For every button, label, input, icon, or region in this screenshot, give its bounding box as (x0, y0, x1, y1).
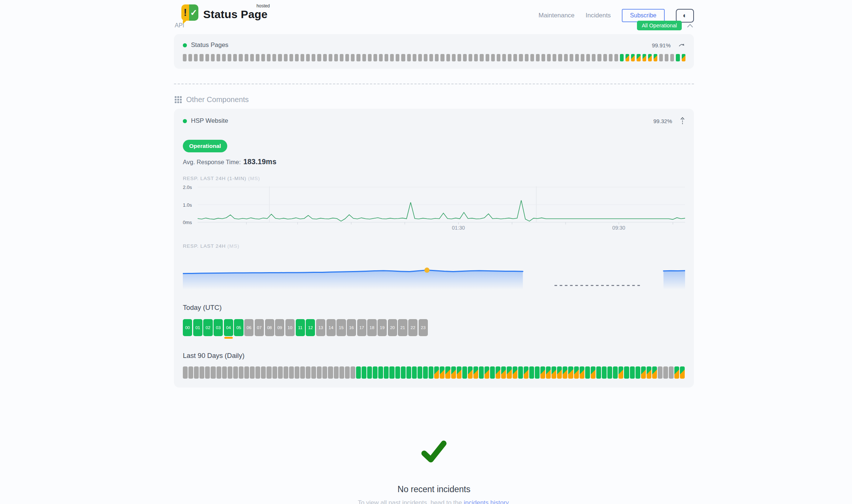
uptime-block[interactable] (469, 54, 472, 61)
uptime-block[interactable] (462, 366, 467, 379)
uptime-block[interactable] (513, 54, 517, 61)
uptime-block[interactable] (580, 366, 584, 379)
uptime-block[interactable] (491, 54, 495, 61)
uptime-block[interactable] (529, 366, 534, 379)
uptime-block[interactable] (183, 366, 188, 379)
uptime-block[interactable] (641, 366, 646, 379)
hour-block-00[interactable]: 00 (183, 319, 192, 336)
uptime-block[interactable] (652, 366, 657, 379)
uptime-block[interactable] (546, 366, 551, 379)
uptime-block[interactable] (479, 366, 484, 379)
uptime-block[interactable] (362, 366, 366, 379)
uptime-block[interactable] (255, 366, 260, 379)
uptime-block[interactable] (233, 366, 238, 379)
uptime-block[interactable] (682, 54, 685, 61)
uptime-block[interactable] (659, 54, 663, 61)
hour-block-05[interactable]: 05 (234, 319, 243, 336)
uptime-block[interactable] (228, 366, 232, 379)
uptime-block[interactable] (188, 366, 193, 379)
uptime-block[interactable] (558, 54, 562, 61)
uptime-block[interactable] (194, 54, 198, 61)
uptime-block[interactable] (480, 54, 483, 61)
uptime-block[interactable] (574, 366, 579, 379)
uptime-block[interactable] (295, 366, 299, 379)
hour-block-23[interactable]: 23 (419, 319, 428, 336)
uptime-block[interactable] (389, 366, 394, 379)
uptime-block[interactable] (631, 54, 635, 61)
uptime-block[interactable] (663, 366, 668, 379)
uptime-block[interactable] (261, 366, 266, 379)
uptime-block[interactable] (244, 366, 249, 379)
uptime-block[interactable] (630, 366, 635, 379)
uptime-block[interactable] (373, 366, 378, 379)
uptime-block[interactable] (484, 366, 489, 379)
uptime-block[interactable] (334, 54, 338, 61)
uptime-block[interactable] (322, 366, 327, 379)
uptime-block[interactable] (245, 54, 248, 61)
uptime-block[interactable] (429, 54, 433, 61)
hour-block-03[interactable]: 03 (214, 319, 223, 336)
uptime-block[interactable] (524, 366, 529, 379)
uptime-block[interactable] (368, 54, 372, 61)
uptime-block[interactable] (452, 54, 456, 61)
nav-incidents[interactable]: Incidents (586, 12, 611, 19)
uptime-block[interactable] (295, 54, 299, 61)
logo[interactable]: ! ✓ hosted Status Page (181, 4, 268, 21)
uptime-block[interactable] (624, 366, 629, 379)
uptime-block[interactable] (306, 54, 310, 61)
uptime-block[interactable] (586, 54, 590, 61)
hour-block-17[interactable]: 17 (357, 319, 366, 336)
uptime-block[interactable] (564, 54, 568, 61)
uptime-block[interactable] (272, 54, 276, 61)
uptime-block[interactable] (575, 54, 579, 61)
uptime-block[interactable] (581, 54, 584, 61)
uptime-block[interactable] (497, 54, 500, 61)
uptime-block[interactable] (379, 54, 383, 61)
uptime-block[interactable] (345, 54, 349, 61)
uptime-block[interactable] (553, 54, 556, 61)
uptime-block[interactable] (267, 54, 271, 61)
uptime-block[interactable] (323, 54, 327, 61)
uptime-block[interactable] (507, 366, 511, 379)
uptime-block[interactable] (474, 54, 478, 61)
uptime-block[interactable] (669, 366, 674, 379)
uptime-block[interactable] (457, 366, 462, 379)
hour-block-22[interactable]: 22 (408, 319, 417, 336)
refresh-icon[interactable] (678, 43, 685, 48)
uptime-block[interactable] (407, 54, 411, 61)
hour-block-06[interactable]: 06 (244, 319, 254, 336)
uptime-block[interactable] (351, 54, 355, 61)
uptime-block[interactable] (266, 366, 271, 379)
uptime-block[interactable] (385, 54, 388, 61)
uptime-block[interactable] (502, 54, 506, 61)
uptime-block[interactable] (592, 54, 596, 61)
uptime-block[interactable] (367, 366, 372, 379)
uptime-block[interactable] (239, 54, 242, 61)
uptime-block[interactable] (211, 366, 215, 379)
uptime-block[interactable] (413, 54, 416, 61)
uptime-block[interactable] (603, 54, 607, 61)
uptime-block[interactable] (440, 366, 445, 379)
uptime-block[interactable] (396, 54, 399, 61)
uptime-block[interactable] (228, 54, 231, 61)
uptime-block[interactable] (637, 54, 640, 61)
uptime-block[interactable] (188, 54, 192, 61)
uptime-block[interactable] (618, 366, 623, 379)
uptime-block[interactable] (670, 54, 674, 61)
uptime-block[interactable] (434, 366, 439, 379)
uptime-block[interactable] (429, 366, 433, 379)
uptime-block[interactable] (272, 366, 277, 379)
uptime-block[interactable] (525, 54, 529, 61)
uptime-block[interactable] (289, 366, 294, 379)
uptime-block[interactable] (501, 366, 506, 379)
uptime-block[interactable] (648, 54, 652, 61)
uptime-block[interactable] (602, 366, 607, 379)
hour-block-21[interactable]: 21 (398, 319, 407, 336)
uptime-block[interactable] (551, 366, 556, 379)
uptime-block[interactable] (445, 366, 450, 379)
uptime-block[interactable] (457, 54, 461, 61)
uptime-block[interactable] (451, 366, 456, 379)
uptime-block[interactable] (395, 366, 400, 379)
uptime-block[interactable] (284, 366, 288, 379)
hour-block-04[interactable]: 04 (224, 319, 233, 336)
